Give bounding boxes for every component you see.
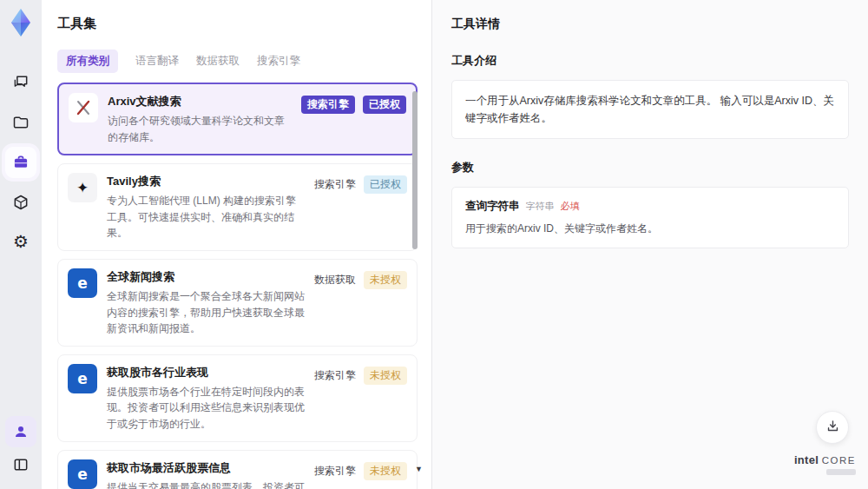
toolbox-icon [12, 154, 30, 171]
panel-layout-icon [12, 456, 30, 473]
sidebar: ⚙ [0, 0, 42, 489]
param-required-flag: 必填 [561, 200, 580, 213]
chat-icon [12, 74, 30, 91]
sidebar-item-collapse[interactable] [5, 449, 36, 480]
tool-card-global-news[interactable]: e 全球新闻搜索 全球新闻搜索是一个聚合全球各大新闻网站内容的搜索引擎，帮助用户… [57, 259, 418, 347]
param-box: 查询字符串 字符串 必填 用于搜索的Arxiv ID、关键字或作者姓名。 [451, 187, 849, 248]
param-type: 字符串 [526, 200, 555, 213]
tool-card-stock-sector[interactable]: e 获取股市各行业表现 提供股票市场各个行业在特定时间段内的表现。投资者可以利用… [57, 354, 418, 442]
news-search-icon: e [68, 364, 97, 393]
page-title: 工具集 [57, 16, 418, 32]
gear-icon: ⚙ [13, 233, 29, 250]
param-description: 用于搜索的Arxiv ID、关键字或作者姓名。 [465, 221, 835, 236]
download-icon [825, 419, 840, 437]
sidebar-item-packages[interactable] [5, 187, 36, 218]
arxiv-logo-icon [69, 93, 98, 122]
intro-text: 一个用于从Arxiv存储库搜索科学论文和文章的工具。 输入可以是Arxiv ID… [465, 92, 835, 127]
sidebar-item-profile[interactable] [5, 416, 36, 447]
news-search-icon: e [68, 459, 97, 489]
tool-card-tavily[interactable]: ✦ Tavily搜索 专为人工智能代理 (LLM) 构建的搜索引擎工具。可快速提… [57, 163, 418, 251]
tab-language-translation[interactable]: 语言翻译 [135, 50, 179, 73]
tool-description: 访问各个研究领域大量科学论文和文章的存储库。 [108, 113, 292, 145]
auth-status-badge: 已授权 [364, 175, 407, 194]
category-tabs: 所有类别 语言翻译 数据获取 搜索引擎 [57, 50, 418, 73]
tool-name: Tavily搜索 [107, 174, 305, 189]
tool-description: 提供当天交易量最高的股票列表，投资者可以利用这些信息来识别流动性强的股票和潜在的… [107, 479, 305, 489]
tool-name: 获取股市各行业表现 [107, 365, 305, 380]
news-search-icon: e [68, 268, 97, 298]
category-badge: 搜索引擎 [301, 96, 355, 114]
category-label: 数据获取 [314, 271, 356, 289]
param-name: 查询字符串 [465, 199, 520, 214]
folder-icon [12, 114, 30, 131]
tab-data-fetch[interactable]: 数据获取 [196, 50, 240, 73]
auth-status-badge: 已授权 [363, 96, 406, 114]
tool-list: Arxiv文献搜索 访问各个研究领域大量科学论文和文章的存储库。 搜索引擎 已授… [57, 83, 418, 489]
auth-status-badge: 未授权 [364, 462, 407, 480]
tool-card-active-stocks[interactable]: e 获取市场最活跃股票信息 提供当天交易量最高的股票列表，投资者可以利用这些信息… [57, 450, 418, 489]
tool-name: Arxiv文献搜索 [108, 94, 292, 109]
sidebar-item-chat[interactable] [5, 67, 36, 98]
app-logo-icon [8, 7, 34, 38]
app-window: ⚙ 工具集 所有类别 语言翻译 数据获取 [0, 0, 868, 489]
star-icon: ✦ [68, 173, 97, 202]
tab-all-categories[interactable]: 所有类别 [57, 50, 118, 73]
auth-status-badge: 未授权 [364, 367, 407, 385]
brand-intel-text: intel [794, 453, 819, 466]
tool-list-panel: 工具集 所有类别 语言翻译 数据获取 搜索引擎 Arxiv文献搜索 访问各个研究… [42, 0, 431, 489]
tab-search-engine[interactable]: 搜索引擎 [257, 50, 300, 73]
scroll-down-arrow-icon[interactable]: ▼ [415, 465, 423, 473]
tool-description: 专为人工智能代理 (LLM) 构建的搜索引擎工具。可快速提供实时、准确和真实的结… [107, 193, 305, 241]
tool-detail-panel: 工具详情 工具介绍 一个用于从Arxiv存储库搜索科学论文和文章的工具。 输入可… [431, 0, 868, 489]
download-button[interactable] [816, 411, 849, 444]
list-scrollbar-thumb[interactable] [412, 91, 418, 249]
auth-status-badge: 未授权 [364, 271, 407, 289]
tool-description: 提供股票市场各个行业在特定时间段内的表现。投资者可以利用这些信息来识别表现优于或… [107, 384, 305, 433]
cube-icon [12, 194, 30, 211]
intro-box: 一个用于从Arxiv存储库搜索科学论文和文章的工具。 输入可以是Arxiv ID… [451, 80, 849, 139]
brand-badge-bar [826, 469, 856, 475]
intro-heading: 工具介绍 [451, 53, 849, 69]
tool-description: 全球新闻搜索是一个聚合全球各大新闻网站内容的搜索引擎，帮助用户快速获取全球最新资… [107, 288, 305, 337]
tool-name: 全球新闻搜索 [107, 269, 305, 285]
sidebar-item-settings[interactable]: ⚙ [5, 226, 36, 257]
detail-title: 工具详情 [451, 17, 849, 32]
tool-name: 获取市场最活跃股票信息 [107, 460, 305, 476]
sidebar-item-files[interactable] [5, 107, 36, 138]
tool-card-arxiv[interactable]: Arxiv文献搜索 访问各个研究领域大量科学论文和文章的存储库。 搜索引擎 已授… [57, 83, 418, 155]
category-label: 搜索引擎 [314, 462, 356, 480]
category-label: 搜索引擎 [314, 367, 356, 385]
params-heading: 参数 [451, 160, 849, 175]
intel-core-logo: intel core [794, 453, 856, 475]
category-label: 搜索引擎 [314, 175, 356, 194]
user-icon [13, 424, 29, 439]
sidebar-item-tools-active[interactable] [5, 147, 36, 178]
brand-core-text: core [822, 455, 856, 466]
